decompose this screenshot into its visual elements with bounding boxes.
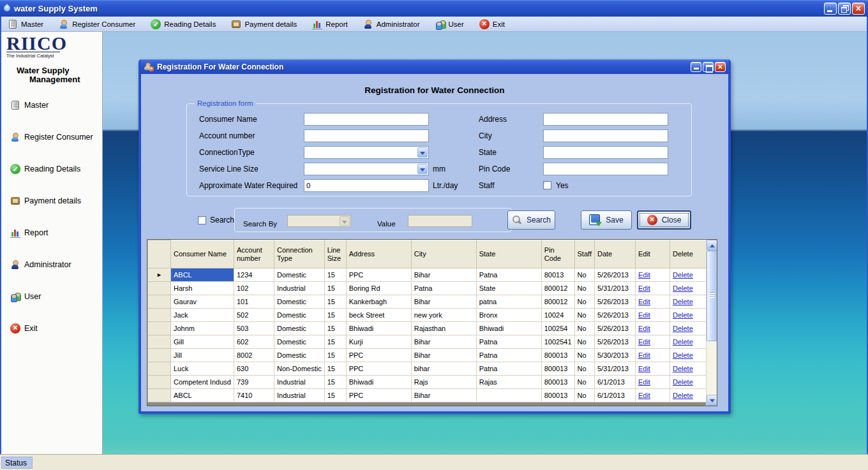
chevron-down-icon[interactable] (417, 147, 428, 158)
grid-cell[interactable]: 630 (234, 362, 274, 376)
scroll-up-button[interactable] (707, 240, 717, 251)
grid-cell[interactable]: 6/1/2013 (594, 389, 635, 402)
column-header-state[interactable]: State (476, 240, 541, 268)
grid-cell[interactable]: Rajasthan (411, 322, 476, 335)
grid-cell[interactable]: 15 (324, 282, 346, 295)
grid-cell[interactable]: Competent Indusd (171, 376, 234, 389)
grid-cell[interactable]: Kurji (346, 335, 411, 349)
approx-water-required-field[interactable] (304, 179, 429, 192)
search-checkbox[interactable] (198, 216, 206, 224)
sidebar-item-report[interactable]: Report (10, 228, 49, 238)
grid-cell[interactable]: ABCL (171, 389, 234, 402)
grid-cell[interactable]: 5/26/2013 (594, 309, 635, 322)
grid-cell[interactable]: Jack (171, 309, 234, 322)
scrollbar-thumb[interactable] (707, 251, 717, 341)
grid-cell[interactable]: Patna (411, 282, 476, 295)
column-header-staff[interactable]: Staff (574, 240, 594, 268)
row-selector[interactable] (148, 349, 171, 362)
dialog-maximize-button[interactable] (703, 62, 714, 72)
grid-cell[interactable]: Industrial (274, 389, 325, 402)
grid-cell[interactable]: Bihar (411, 268, 476, 282)
staff-checkbox[interactable] (543, 181, 551, 189)
sidebar-item-user[interactable]: User (10, 291, 41, 302)
column-header-delete[interactable]: Delete (670, 240, 707, 268)
grid-cell[interactable]: Bhiwadi (346, 376, 411, 389)
grid-cell[interactable]: Bihar (411, 335, 476, 349)
connection-type-dropdown[interactable] (304, 146, 429, 159)
address-field[interactable] (543, 113, 668, 126)
edit-link[interactable]: Edit (638, 298, 650, 305)
row-selector[interactable] (148, 389, 171, 402)
sidebar-item-master[interactable]: Master (10, 100, 49, 110)
grid-cell[interactable]: No (574, 282, 594, 295)
grid-cell[interactable]: State (476, 282, 541, 295)
grid-cell[interactable]: 15 (324, 309, 346, 322)
grid-cell[interactable]: 102 (234, 282, 274, 295)
sidebar-item-exit[interactable]: Exit (10, 323, 38, 334)
menu-item-master[interactable]: Master (8, 19, 43, 29)
column-header-connection-type[interactable]: Connection Type (274, 240, 325, 268)
grid-cell[interactable]: PPC (346, 268, 411, 282)
grid-cell[interactable]: Domestic (274, 309, 325, 322)
grid-cell[interactable]: Domestic (274, 268, 325, 282)
search-value-field[interactable] (408, 215, 472, 227)
menu-item-report[interactable]: Report (312, 19, 348, 29)
menu-item-register-consumer[interactable]: Register Consumer (59, 19, 135, 29)
grid-cell[interactable]: 101 (234, 295, 274, 309)
edit-link[interactable]: Edit (638, 392, 650, 399)
grid-cell[interactable]: No (574, 309, 594, 322)
grid-cell[interactable]: 5/26/2013 (594, 335, 635, 349)
account-number-field[interactable] (304, 129, 429, 142)
grid-cell[interactable]: Patna (476, 349, 541, 362)
grid-cell[interactable]: Bhiwadi (346, 322, 411, 335)
column-header-line-size[interactable]: Line Size (324, 240, 346, 268)
grid-cell[interactable]: Boring Rd (346, 282, 411, 295)
dialog-close-button[interactable] (715, 62, 726, 72)
row-selector[interactable] (148, 322, 171, 335)
delete-link[interactable]: Delete (673, 311, 693, 319)
row-selector[interactable] (148, 309, 171, 322)
edit-link[interactable]: Edit (638, 311, 650, 319)
row-selector[interactable] (148, 295, 171, 309)
edit-link[interactable]: Edit (638, 338, 650, 346)
grid-cell[interactable]: PPC (346, 349, 411, 362)
grid-cell[interactable]: Industrial (274, 282, 325, 295)
grid-cell[interactable]: Luck (171, 362, 234, 376)
grid-cell[interactable]: Bihar (411, 349, 476, 362)
grid-cell[interactable]: 15 (324, 295, 346, 309)
grid-cell[interactable]: PPC (346, 362, 411, 376)
grid-cell[interactable]: Gaurav (171, 295, 234, 309)
grid-cell[interactable]: No (574, 322, 594, 335)
state-field[interactable] (543, 146, 668, 159)
grid-cell[interactable]: 6/1/2013 (594, 376, 635, 389)
grid-cell[interactable]: Jill (171, 349, 234, 362)
grid-cell[interactable]: Kankerbagh (346, 295, 411, 309)
grid-cell[interactable]: Industrial (274, 376, 325, 389)
grid-cell[interactable]: 5/31/2013 (594, 282, 635, 295)
grid-cell[interactable]: 15 (324, 335, 346, 349)
grid-cell[interactable]: 800013 (541, 362, 574, 376)
grid-cell[interactable]: 5/26/2013 (594, 295, 635, 309)
grid-cell[interactable]: 800013 (541, 376, 574, 389)
sidebar-item-reading-details[interactable]: Reading Details (10, 164, 80, 174)
delete-link[interactable]: Delete (673, 298, 693, 305)
grid-cell[interactable]: Bihar (411, 295, 476, 309)
grid-cell[interactable]: Patna (476, 268, 541, 282)
scroll-down-button[interactable] (707, 395, 717, 406)
grid-cell[interactable]: 5/26/2013 (594, 322, 635, 335)
vertical-scrollbar[interactable] (706, 240, 717, 406)
delete-link[interactable]: Delete (673, 284, 693, 292)
grid-cell[interactable]: 7410 (234, 389, 274, 402)
grid-cell[interactable]: bihar (411, 362, 476, 376)
consumer-name-field[interactable] (304, 113, 429, 126)
save-button[interactable]: Save (581, 210, 632, 230)
grid-cell[interactable]: 800013 (541, 389, 574, 402)
column-header-date[interactable]: Date (594, 240, 635, 268)
grid-cell[interactable]: 502 (234, 309, 274, 322)
row-selector[interactable] (148, 376, 171, 389)
grid-cell[interactable]: 1234 (234, 268, 274, 282)
dialog-minimize-button[interactable] (691, 62, 701, 72)
grid-cell[interactable]: Domestic (274, 295, 325, 309)
grid-cell[interactable]: 80013 (541, 268, 574, 282)
menu-item-user[interactable]: User (435, 19, 464, 29)
